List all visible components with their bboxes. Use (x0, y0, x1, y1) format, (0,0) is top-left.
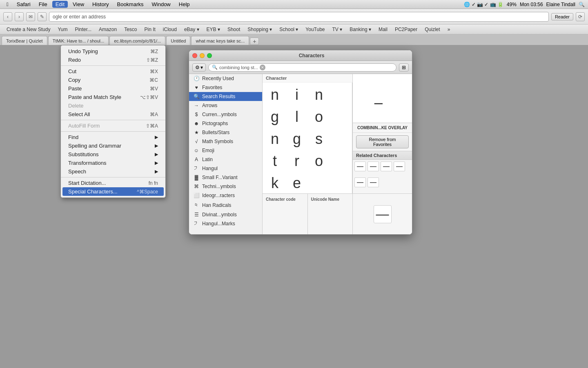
related-char-5[interactable]: ― (354, 177, 366, 187)
menu-substitutions[interactable]: Substitutions ▶ (61, 150, 165, 159)
view-menu[interactable]: View (69, 1, 87, 8)
menu-spelling[interactable]: Spelling and Grammar ▶ (61, 141, 165, 150)
bookmarks-menu[interactable]: Bookmarks (114, 1, 147, 8)
sidebar-hangul[interactable]: ᄀ Hangul (189, 164, 262, 173)
bookmark-pinit[interactable]: Pin It (141, 26, 158, 33)
history-menu[interactable]: History (89, 1, 112, 8)
bookmark-mail[interactable]: Mail (375, 26, 391, 33)
menu-paste-match[interactable]: Paste and Match Style ⌥⇧⌘V (61, 93, 165, 101)
char-cell-k[interactable]: k (264, 173, 285, 193)
bookmark-pinter[interactable]: Pinter... (71, 26, 95, 33)
bookmark-quizlet[interactable]: Quizlet (421, 26, 443, 33)
menu-copy[interactable]: Copy ⌘C (61, 76, 165, 84)
related-char-3[interactable]: ― (381, 162, 392, 171)
char-cell-n1[interactable]: n (264, 84, 285, 105)
bookmark-tv[interactable]: TV ▾ (329, 26, 346, 33)
close-button[interactable] (192, 53, 197, 58)
new-tab-button[interactable]: + (250, 38, 259, 45)
search-clear-button[interactable]: ✕ (260, 65, 265, 70)
related-char-6[interactable]: — (368, 177, 379, 187)
file-menu[interactable]: File (36, 1, 51, 8)
bookmark-ebay[interactable]: eBay ▾ (181, 26, 203, 33)
tab-mackeys[interactable]: what mac keys take sc... (191, 36, 249, 45)
sidebar-pictographs[interactable]: ☻ Pictographs (189, 119, 262, 128)
char-cell-n2[interactable]: n (308, 84, 330, 105)
bookmark-tesco[interactable]: Tesco (121, 26, 140, 33)
remove-favorites-button[interactable]: Remove from Favorites (356, 135, 409, 148)
sidebar-search-results[interactable]: 🔍 Search Results (189, 92, 262, 101)
sidebar-favorites[interactable]: ♥ Favorites (189, 83, 262, 92)
bookmark-icloud[interactable]: iCloud (160, 26, 180, 33)
help-menu[interactable]: Help (176, 1, 193, 8)
char-cell-s[interactable]: s (308, 128, 330, 150)
edit-button[interactable]: ✎ (38, 12, 47, 21)
refresh-button[interactable]: ⟳ (576, 12, 585, 21)
sidebar-currency[interactable]: $ Curren...ymbols (189, 110, 262, 119)
grid-view-button[interactable]: ⊞ (399, 63, 409, 72)
sidebar-math[interactable]: √ Math Symbols (189, 137, 262, 146)
reader-button[interactable]: Reader (551, 13, 573, 20)
menu-transformations[interactable]: Transformations ▶ (61, 159, 165, 167)
menu-select-all[interactable]: Select All ⌘A (61, 110, 165, 119)
email-button[interactable]: ✉ (26, 12, 35, 21)
char-cell-e[interactable]: e (286, 173, 307, 193)
bookmark-amazon[interactable]: Amazon (96, 26, 120, 33)
forward-button[interactable]: › (15, 12, 24, 21)
sidebar-emoji[interactable]: ☺ Emoji (189, 146, 262, 155)
bookmark-more[interactable]: » (444, 26, 454, 33)
menu-cut[interactable]: Cut ⌘X (61, 67, 165, 76)
bookmark-shoot[interactable]: Shoot (224, 26, 243, 33)
minimize-button[interactable] (200, 53, 205, 58)
char-cell-g1[interactable]: g (264, 106, 285, 128)
tab-ttmik[interactable]: TtMiK: Have to... / shoul... (48, 36, 109, 45)
bookmark-shopping[interactable]: Shopping ▾ (244, 26, 275, 33)
char-cell-l[interactable]: l (286, 106, 307, 128)
char-cell-t[interactable]: t (264, 150, 285, 172)
menu-speech[interactable]: Speech ▶ (61, 167, 165, 176)
menu-special-characters[interactable]: Special Characters... ^⌘Space (62, 187, 164, 196)
related-char-1[interactable]: ― (354, 162, 366, 171)
menu-undo-typing[interactable]: Undo Typing ⌘Z (61, 47, 165, 56)
back-button[interactable]: ‹ (3, 12, 12, 21)
edit-menu[interactable]: Edit (52, 1, 68, 8)
address-bar[interactable]: ogle or enter an address (49, 12, 549, 22)
menubar-search-icon[interactable]: 🔍 (579, 2, 585, 7)
gear-button[interactable]: ⚙ ▾ (192, 63, 206, 72)
sidebar-ideographic[interactable]: ⬜ Ideogr...racters (189, 191, 262, 200)
sidebar-arrows[interactable]: → Arrows (189, 101, 262, 110)
apple-menu[interactable]:  (3, 1, 12, 8)
bookmark-youtube[interactable]: YouTube (302, 26, 328, 33)
tab-torixbear[interactable]: TorixBear | Quizlet (2, 36, 47, 45)
char-cell-g2[interactable]: g (286, 128, 307, 150)
menu-paste[interactable]: Paste ⌘V (61, 84, 165, 93)
sidebar-recently-used[interactable]: 🕐 Recently Used (189, 74, 262, 83)
bookmark-new-study[interactable]: Create a New Study (3, 26, 53, 33)
char-cell-o2[interactable]: o (308, 150, 330, 172)
maximize-button[interactable] (207, 53, 212, 58)
related-char-4[interactable]: — (394, 162, 405, 171)
menu-find[interactable]: Find ▶ (61, 133, 165, 141)
menu-start-dictation[interactable]: Start Dictation... fn fn (61, 179, 165, 187)
safari-menu[interactable]: Safari (13, 1, 34, 8)
sidebar-hangul-marks[interactable]: ᄀ Hangul...Marks (189, 219, 262, 228)
bookmark-pc2paper[interactable]: PC2Paper (392, 26, 421, 33)
sidebar-smallf[interactable]: ▓ Small F...Variant (189, 173, 262, 182)
bookmark-eyb[interactable]: EYB ▾ (203, 26, 223, 33)
char-cell-i[interactable]: i (286, 84, 307, 105)
menu-redo[interactable]: Redo ⇧⌘Z (61, 56, 165, 64)
sidebar-latin[interactable]: A Latin (189, 155, 262, 164)
sidebar-han[interactable]: ⺀ Han Radicals (189, 200, 262, 210)
sidebar-bullets[interactable]: ★ Bullets/Stars (189, 128, 262, 137)
char-cell-n3[interactable]: n (264, 128, 285, 150)
tab-untitled[interactable]: Untitled (166, 36, 190, 45)
sidebar-divination[interactable]: ☰ Divinat...ymbols (189, 210, 262, 219)
tab-libsyn[interactable]: ec.libsyn.com/p/c/8/1/... (109, 36, 165, 45)
search-box[interactable]: 🔍 combining long st... ✕ (208, 63, 396, 72)
char-cell-o[interactable]: o (308, 106, 330, 128)
related-char-2[interactable]: — (368, 162, 379, 171)
char-cell-r[interactable]: r (286, 150, 307, 172)
sidebar-technical[interactable]: ⌘ Techni...ymbols (189, 182, 262, 191)
bookmark-yum[interactable]: Yum (54, 26, 71, 33)
window-menu[interactable]: Window (149, 1, 174, 8)
bookmark-school[interactable]: School ▾ (276, 26, 301, 33)
